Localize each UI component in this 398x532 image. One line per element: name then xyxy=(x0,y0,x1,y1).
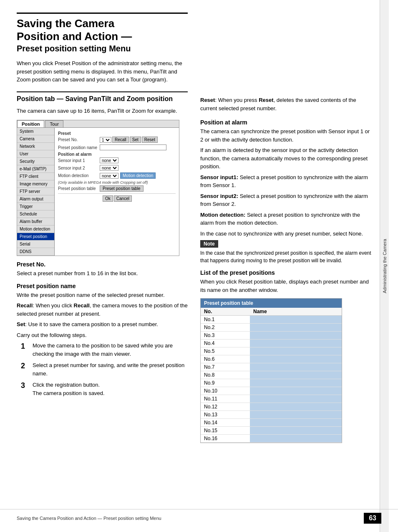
ui-motion-select[interactable]: none xyxy=(100,173,118,179)
sidebar-ddns[interactable]: DDNS xyxy=(17,248,54,256)
position-tab-text: The camera can save up to 16 items, PanT… xyxy=(17,107,188,115)
preset-no-title: Preset No. xyxy=(17,261,188,268)
ui-recall-btn[interactable]: Recall xyxy=(112,137,129,143)
preset-row-name xyxy=(250,411,342,419)
ui-reset-btn[interactable]: Reset xyxy=(142,137,158,143)
ui-motion-row: Motion detection none Motion detection xyxy=(58,172,176,179)
list-preset-title: List of the preset positions xyxy=(200,269,371,276)
pos-alarm-title: Position at alarm xyxy=(200,119,371,126)
sensor1-desc: Sensor input1: Select a preset position … xyxy=(200,173,371,190)
step-3-num: 3 xyxy=(21,381,33,397)
ui-set-btn[interactable]: Set xyxy=(130,137,141,143)
ui-preset-label: Preset xyxy=(58,131,176,136)
preset-row-no: No.1 xyxy=(201,316,250,324)
ui-footer: Ok Cancel xyxy=(58,193,176,203)
ui-sidebar: System Camera Network User Security e-Ma… xyxy=(17,128,55,256)
preset-row-name xyxy=(250,316,342,324)
sidebar-trigger[interactable]: Trigger xyxy=(17,203,54,210)
sidebar-alarm-buffer[interactable]: Alarm buffer xyxy=(17,218,54,225)
tab-tour[interactable]: Tour xyxy=(45,120,63,127)
ui-preset-pos-name-input[interactable] xyxy=(100,144,166,150)
table-row: No.3 xyxy=(201,332,342,339)
ui-sensor1-select[interactable]: none xyxy=(100,157,118,163)
sidebar-motion-detection[interactable]: Motion detection xyxy=(17,225,54,233)
page-title-line1: Saving the Camera xyxy=(17,17,188,30)
page-number: 63 xyxy=(364,513,381,524)
preset-row-name xyxy=(250,427,342,435)
ui-preset-table-btn[interactable]: Preset position table xyxy=(100,185,144,192)
ui-preset-no-select[interactable]: 1 xyxy=(100,137,111,143)
list-preset-text: When you click Reset position table, dis… xyxy=(200,278,371,294)
ui-ok-btn[interactable]: Ok xyxy=(103,195,113,202)
ui-cancel-btn[interactable]: Cancel xyxy=(114,195,132,202)
table-row: No.5 xyxy=(201,347,342,355)
preset-row-no: No.7 xyxy=(201,363,250,371)
sidebar-user[interactable]: User xyxy=(17,150,54,158)
sidebar-system[interactable]: System xyxy=(17,128,54,135)
ui-pos-alarm-label: Position at alarm xyxy=(58,152,176,157)
table-row: No.9 xyxy=(201,379,342,387)
sidebar-network[interactable]: Network xyxy=(17,143,54,150)
preset-row-name xyxy=(250,379,342,387)
sidebar-camera[interactable]: Camera xyxy=(17,135,54,143)
ui-preset-no-label: Preset No. xyxy=(58,137,100,142)
step-3: 3 Click the registration button.The came… xyxy=(21,381,188,397)
ui-only-available-text: (Only available in MPEG4 mode with Cropp… xyxy=(58,180,176,185)
step-1: 1 Move the camera to the position to be … xyxy=(21,342,188,358)
page-title-line2: Position and Action — xyxy=(17,30,188,43)
sidebar-ftp-client[interactable]: FTP client xyxy=(17,173,54,180)
sidebar-email[interactable]: e-Mail (SMTP) xyxy=(17,165,54,173)
ui-motion-detection-btn[interactable]: Motion detection xyxy=(120,172,156,179)
step-1-text: Move the camera to the position to be sa… xyxy=(33,342,188,358)
footer-text: Saving the Camera Position and Action — … xyxy=(17,516,161,521)
ui-preset-pos-name-label: Preset position name xyxy=(58,145,100,150)
preset-row-no: No.12 xyxy=(201,403,250,411)
sidebar-preset-position[interactable]: Preset position xyxy=(17,233,54,241)
table-row: No.7 xyxy=(201,363,342,371)
ui-body: System Camera Network User Security e-Ma… xyxy=(17,128,179,256)
none-text: In the case not to synchronize with any … xyxy=(200,230,371,238)
preset-no-text: Select a preset number from 1 to 16 in t… xyxy=(17,269,188,278)
preset-row-name xyxy=(250,347,342,355)
sidebar-alarm-output[interactable]: Alarm output xyxy=(17,195,54,203)
position-tab-header: Position tab — Saving PanTilt and Zoom p… xyxy=(17,91,188,104)
sidebar-security[interactable]: Security xyxy=(17,158,54,165)
sidebar-serial[interactable]: Serial xyxy=(17,241,54,248)
note-text: In the case that the synchronized preset… xyxy=(200,249,371,264)
table-row: No.10 xyxy=(201,387,342,395)
preset-row-no: No.16 xyxy=(201,435,250,443)
table-row: No.12 xyxy=(201,403,342,411)
table-row: No.8 xyxy=(201,371,342,379)
ui-sensor2-row: Sensor input 2 none xyxy=(58,165,176,171)
preset-row-no: No.4 xyxy=(201,339,250,347)
ui-preset-no-row: Preset No. 1 Recall Set Reset xyxy=(58,137,176,143)
ui-sensor1-label: Sensor input 1 xyxy=(58,158,100,163)
preset-row-no: No.14 xyxy=(201,419,250,427)
ui-motion-label: Motion detection xyxy=(58,173,100,178)
preset-row-no: No.8 xyxy=(201,371,250,379)
preset-row-no: No.10 xyxy=(201,387,250,395)
preset-row-name xyxy=(250,339,342,347)
ui-preset-pos-name-row: Preset position name xyxy=(58,144,176,150)
sidebar-schedule[interactable]: Schedule xyxy=(17,210,54,218)
carry-out-text: Carry out the following steps. xyxy=(17,331,188,339)
step-2-num: 2 xyxy=(21,361,33,377)
preset-table-header: Preset position table xyxy=(201,299,342,308)
preset-row-name xyxy=(250,371,342,379)
preset-row-no: No.9 xyxy=(201,379,250,387)
preset-row-no: No.2 xyxy=(201,324,250,332)
ui-sensor1-row: Sensor input 1 none xyxy=(58,157,176,163)
ui-sensor2-label: Sensor input 2 xyxy=(58,166,100,170)
ui-sensor2-select[interactable]: none xyxy=(100,165,118,171)
steps-list: 1 Move the camera to the position to be … xyxy=(21,342,188,397)
preset-table-data: No. Name No.1No.2No.3No.4No.5No.6No.7No.… xyxy=(201,308,342,443)
sidebar-ftp-server[interactable]: FTP server xyxy=(17,188,54,195)
preset-row-name xyxy=(250,332,342,339)
right-tab: Administrating the Camera xyxy=(380,0,389,532)
tab-position[interactable]: Position xyxy=(17,120,44,127)
preset-row-no: No.11 xyxy=(201,395,250,403)
step-2-text: Select a preset number for saving, and w… xyxy=(33,361,188,377)
preset-row-no: No.5 xyxy=(201,347,250,355)
sidebar-image-memory[interactable]: Image memory xyxy=(17,180,54,188)
preset-row-no: No.6 xyxy=(201,355,250,363)
